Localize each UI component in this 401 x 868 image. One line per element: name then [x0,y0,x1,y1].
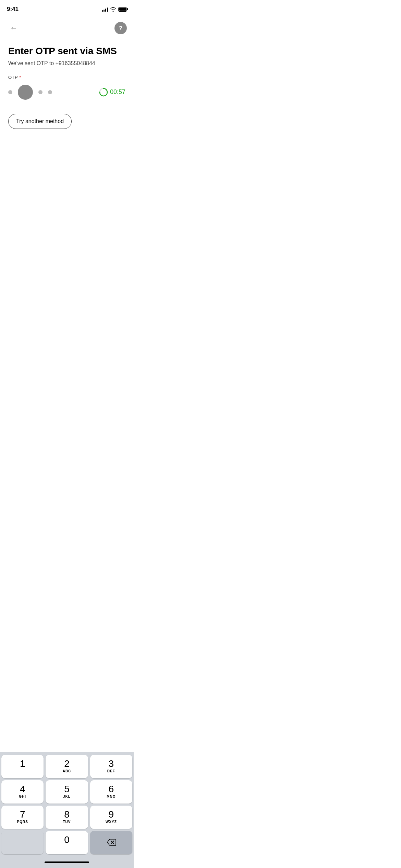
otp-dot-2 [18,85,33,100]
timer-text: 00:57 [110,88,125,96]
timer-container: 00:57 [99,88,125,97]
otp-label-row: OTP * [8,75,125,80]
help-icon: ? [119,25,122,31]
otp-dot-4 [48,90,52,94]
wifi-icon [110,7,116,12]
page-title: Enter OTP sent via SMS [8,45,125,57]
required-star: * [19,75,21,80]
otp-dot-1 [8,90,12,94]
status-time: 9:41 [7,6,19,13]
back-button[interactable]: ← [7,21,21,35]
otp-dots [8,85,52,100]
status-bar: 9:41 [0,0,134,16]
otp-input-row[interactable]: 00:57 [8,85,125,102]
otp-dot-3 [38,90,42,94]
try-another-method-button[interactable]: Try another method [8,114,72,129]
try-another-label: Try another method [16,118,64,124]
battery-icon [118,7,127,12]
signal-icon [102,7,108,12]
status-icons [102,7,127,12]
subtitle-text: We've sent OTP to +916355048844 [8,60,125,67]
back-arrow-icon: ← [10,24,17,32]
help-button[interactable]: ? [114,22,127,34]
main-content: Enter OTP sent via SMS We've sent OTP to… [0,38,134,129]
otp-label-text: OTP [8,75,18,80]
otp-underline [8,104,125,105]
nav-bar: ← ? [0,18,134,38]
timer-spinner-icon [99,88,108,97]
